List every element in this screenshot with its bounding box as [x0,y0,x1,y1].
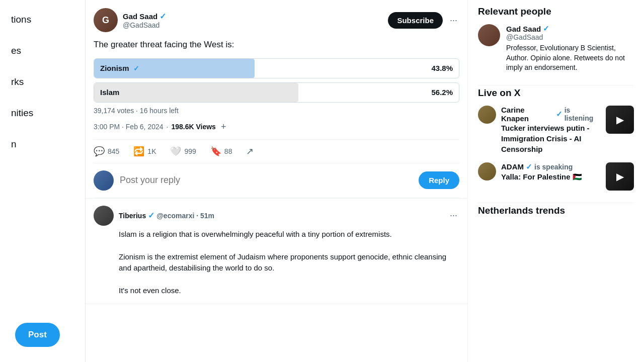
person-name-gad: Gad Saad ✓ [506,24,634,33]
plus-icon[interactable]: + [221,122,226,132]
main-content: G Gad Saad ✓ @GadSaad Subscribe ··· The … [86,0,468,362]
sidebar-item-messages[interactable]: es [5,41,80,60]
live-name-2: ADAM ✓ is speaking [501,162,601,171]
poll-option-1[interactable]: Zionism ✓ 43.8% [94,58,459,78]
person-info-gad: Gad Saad ✓ @GadSaad Professor, Evolution… [506,24,634,73]
share-stat[interactable]: ↗ [246,146,254,157]
tweet-poll: Zionism ✓ 43.8% Islam 56.2% 39,174 votes… [94,58,459,115]
live-item-1[interactable]: Carine Knapen ✓ is listening Tucker inte… [478,106,634,154]
reply-body: Islam is a religion that is overwhelming… [119,229,459,297]
poll-option-2[interactable]: Islam 56.2% [94,82,459,103]
live-thumbnail-2: ▶ [606,162,634,191]
left-sidebar: tions es rks nities n [0,0,86,362]
live-verified-icon-2: ✓ [526,162,532,171]
retweet-stat[interactable]: 🔁 1K [133,146,156,157]
tweet-timestamp: 3:00 PM · Feb 6, 2024 · 198.6K Views + [94,122,459,132]
sidebar-item-premium[interactable]: n [5,135,80,154]
live-info-1: Carine Knapen ✓ is listening Tucker inte… [501,106,601,154]
post-button[interactable]: Post [15,323,60,347]
live-title-2: Yalla: For Palestine 🇵🇸 [501,171,601,182]
bookmark-icon: 🔖 [210,146,221,157]
live-info-2: ADAM ✓ is speaking Yalla: For Palestine … [501,162,601,182]
reply-box: Reply [94,163,459,198]
author-info: Gad Saad ✓ @GadSaad [123,12,166,29]
live-thumbnail-1: ▶ [606,106,634,134]
heart-icon: 🤍 [170,146,181,157]
netherlands-trends-section: Netherlands trends [478,205,634,216]
reply-user-avatar [94,206,114,226]
live-name-1: Carine Knapen ✓ is listening [501,106,601,123]
live-on-x-title: Live on X [478,87,634,99]
reply-thread: Tiberius ✓ @ecomarxi · 51m ··· Islam is … [86,199,467,304]
reply-stat[interactable]: 💬 845 [94,146,119,157]
poll-option-2-label: Islam [100,88,119,97]
reply-more-button[interactable]: ··· [448,208,459,223]
reply-input[interactable] [120,175,413,186]
live-title-1: Tucker interviews putin - Immigration Cr… [501,123,601,154]
tweet-stats-row: 💬 845 🔁 1K 🤍 999 🔖 88 ↗ [94,139,459,163]
person-avatar-gad [478,24,500,46]
subscribe-button[interactable]: Subscribe [388,12,443,29]
poll-option-2-pct: 56.2% [431,88,453,97]
relevant-people-title: Relevant people [478,6,634,17]
author-avatar: G [94,8,118,32]
live-on-x-section: Live on X Carine Knapen ✓ is listening T… [478,87,634,191]
share-icon: ↗ [246,146,254,157]
author-handle: @GadSaad [123,21,166,29]
relevant-people-section: Relevant people Gad Saad ✓ @GadSaad Prof… [478,6,634,73]
author-name: Gad Saad ✓ [123,12,166,21]
retweet-icon: 🔁 [133,146,144,157]
tweet-actions: Subscribe ··· [388,12,459,29]
right-sidebar: Relevant people Gad Saad ✓ @GadSaad Prof… [468,0,644,362]
poll-option-1-label: Zionism ✓ [100,64,139,72]
person-verified-icon: ✓ [543,24,549,33]
reply-button[interactable]: Reply [419,171,459,189]
current-user-avatar [94,170,114,191]
bookmark-stat[interactable]: 🔖 88 [210,146,232,157]
reply-handle-time: @ecomarxi · 51m [156,212,214,220]
tweet-header: G Gad Saad ✓ @GadSaad Subscribe ··· [94,8,459,32]
check-icon: ✓ [133,64,139,72]
poll-meta: 39,174 votes · 16 hours left [94,107,459,115]
sidebar-item-bookmarks[interactable]: rks [5,72,80,92]
reply-verified-icon: ✓ [148,211,154,220]
poll-option-1-pct: 43.8% [431,64,453,72]
reply-user-name: Tiberius ✓ @ecomarxi · 51m [119,211,214,220]
netherlands-trends-title: Netherlands trends [478,205,634,216]
more-options-button[interactable]: ··· [448,13,459,28]
reply-icon: 💬 [94,146,105,157]
person-card-gad: Gad Saad ✓ @GadSaad Professor, Evolution… [478,24,634,73]
sidebar-item-communities[interactable]: nities [5,104,80,123]
live-item-2[interactable]: ADAM ✓ is speaking Yalla: For Palestine … [478,162,634,191]
reply-header: Tiberius ✓ @ecomarxi · 51m ··· [94,206,459,226]
tweet-body: The greater threat facing the West is: [94,38,459,51]
like-stat[interactable]: 🤍 999 [170,146,196,157]
verified-icon: ✓ [159,12,166,21]
tweet-author: G Gad Saad ✓ @GadSaad [94,8,166,32]
tweet-container: G Gad Saad ✓ @GadSaad Subscribe ··· The … [86,0,467,199]
live-avatar-1 [478,106,496,124]
reply-author: Tiberius ✓ @ecomarxi · 51m [94,206,214,226]
person-handle-gad: @GadSaad [506,33,634,41]
sidebar-item-notifications[interactable]: tions [5,10,80,29]
person-bio-gad: Professor, Evolutionary B Scientist, Aut… [506,43,634,73]
live-verified-icon-1: ✓ [556,110,562,119]
live-avatar-2 [478,162,496,180]
